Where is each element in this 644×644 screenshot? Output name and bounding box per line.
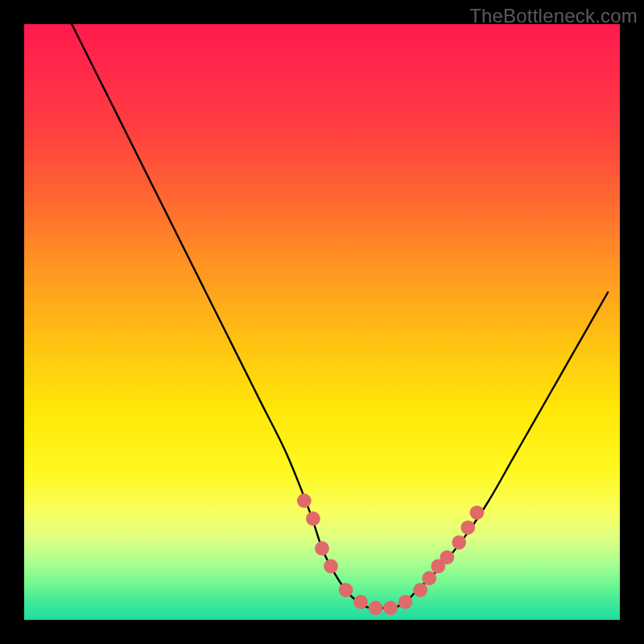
highlight-dot	[339, 583, 353, 597]
highlight-dot	[452, 535, 466, 550]
highlight-dot	[398, 595, 413, 609]
highlight-dot	[306, 511, 320, 526]
highlight-dot	[383, 601, 398, 615]
highlight-dot	[413, 583, 427, 597]
highlight-dot	[470, 506, 485, 520]
plot-area	[24, 24, 620, 620]
watermark-text: TheBottleneck.com	[469, 5, 638, 27]
bottleneck-curve	[72, 24, 608, 609]
curve-svg	[24, 24, 620, 620]
chart-frame: TheBottleneck.com	[0, 0, 644, 644]
highlight-dots	[297, 493, 484, 615]
highlight-dot	[297, 493, 312, 508]
highlight-dot	[460, 520, 475, 535]
highlight-dot	[324, 559, 338, 574]
highlight-dot	[422, 571, 436, 585]
highlight-dot	[440, 550, 455, 564]
highlight-dot	[369, 601, 383, 615]
highlight-dot	[315, 541, 329, 555]
highlight-dot	[353, 595, 368, 609]
